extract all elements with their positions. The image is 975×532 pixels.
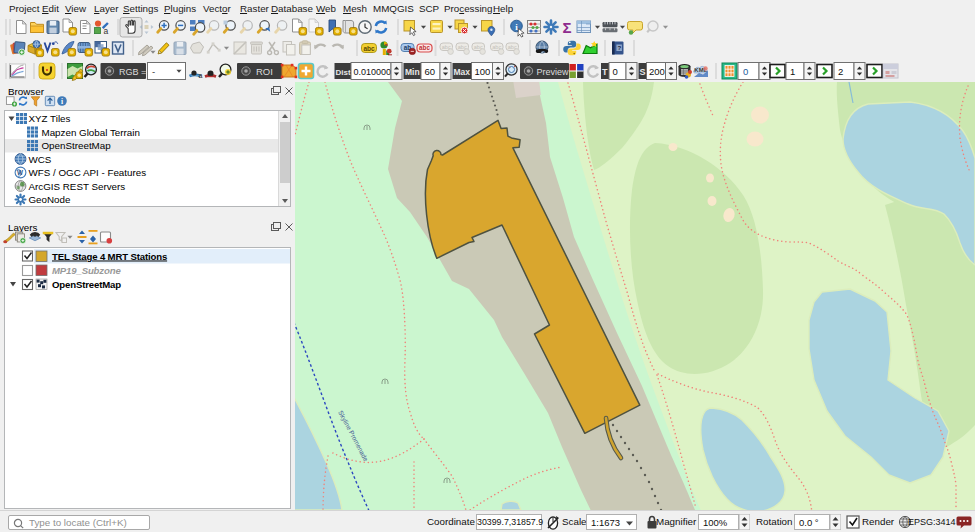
svg-text:100: 100 [475,66,491,77]
svg-text:OpenStreetMap: OpenStreetMap [42,140,112,151]
svg-text:OpenStreetMap: OpenStreetMap [52,279,121,290]
svg-text:0: 0 [613,66,618,77]
svg-text:200: 200 [649,66,665,77]
svg-text:GeoNode: GeoNode [29,194,71,205]
svg-text:ArcGIS REST Servers: ArcGIS REST Servers [29,181,126,192]
svg-text:-: - [152,66,155,77]
svg-text:W: W [17,169,23,176]
svg-text:1: 1 [790,66,795,77]
svg-text:MP19_Subzone: MP19_Subzone [52,265,121,276]
svg-text:a: a [104,26,109,36]
svg-text:T: T [602,67,608,77]
svg-text:Mapzen Global Terrain: Mapzen Global Terrain [42,127,140,138]
svg-text:i: i [61,97,63,106]
svg-text:TEL Stage 4 MRT Stations: TEL Stage 4 MRT Stations [52,251,167,262]
svg-text:ROI: ROI [256,66,273,77]
svg-text:XYZ Tiles: XYZ Tiles [29,113,71,124]
svg-text:0: 0 [743,66,748,77]
svg-text:Preview: Preview [537,67,570,77]
svg-text:Min: Min [405,67,420,77]
svg-text:WFS / OGC API - Features: WFS / OGC API - Features [29,167,147,178]
svg-text:60: 60 [425,66,436,77]
svg-text:RGB =: RGB = [119,67,146,77]
svg-text:0.010000: 0.010000 [354,67,392,77]
svg-text:S: S [640,67,646,77]
svg-text:Max: Max [454,67,471,77]
svg-text:Dist: Dist [336,68,351,77]
svg-text:WCS: WCS [29,154,52,165]
svg-text:2: 2 [838,66,843,77]
